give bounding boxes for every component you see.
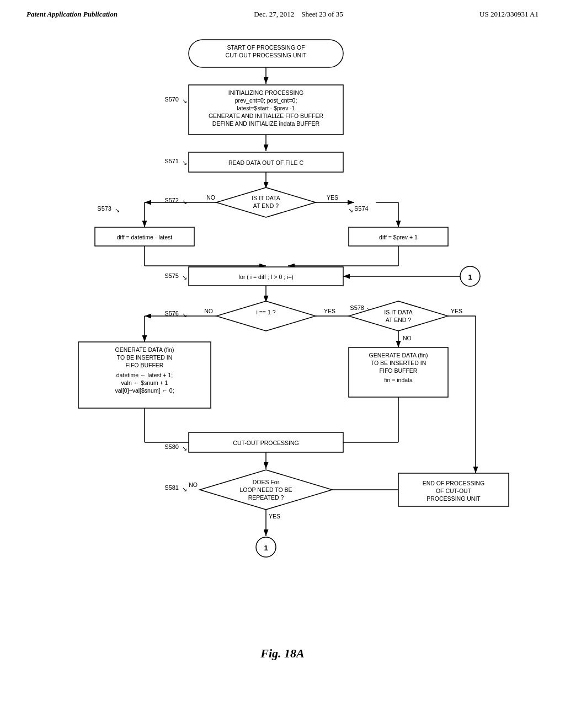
svg-text:datetime ← latest + 1;: datetime ← latest + 1; [116,372,173,378]
svg-text:CUT-OUT PROCESSING: CUT-OUT PROCESSING [233,440,299,446]
figure-label: Fig. 18A [0,646,565,672]
svg-text:↘: ↘ [182,445,187,452]
svg-text:READ DATA OUT OF FILE C: READ DATA OUT OF FILE C [228,159,303,166]
svg-text:fin = indata: fin = indata [384,377,413,383]
flowchart-svg: START OF PROCESSING OF CUT-OUT PROCESSIN… [34,29,531,635]
svg-text:↘: ↘ [115,207,120,213]
svg-text:S570: S570 [164,96,179,103]
svg-text:AT END ?: AT END ? [386,317,411,323]
svg-text:S580: S580 [164,443,179,450]
svg-text:↘: ↘ [182,159,187,166]
svg-text:↘: ↘ [182,312,187,318]
svg-text:YES: YES [327,194,338,201]
svg-text:NO: NO [204,308,213,314]
svg-text:END OF PROCESSING: END OF PROCESSING [423,480,485,486]
svg-text:DOES For: DOES For [253,479,280,485]
svg-text:S576: S576 [164,310,179,317]
svg-text:NO: NO [189,481,198,488]
publication-label: Patent Application Publication [26,10,118,19]
svg-text:i == 1 ?: i == 1 ? [256,309,275,315]
svg-text:FIFO BUFFER: FIFO BUFFER [126,362,164,368]
svg-text:val[0]~val[$snum] ← 0;: val[0]~val[$snum] ← 0; [115,387,174,394]
svg-text:↘: ↘ [182,199,187,205]
svg-text:DEFINE AND INITIALIZE indata B: DEFINE AND INITIALIZE indata BUFFER [212,120,320,127]
svg-text:GENERATE DATA (fin): GENERATE DATA (fin) [115,346,174,353]
svg-text:S578: S578 [350,304,364,311]
svg-text:YES: YES [269,513,280,520]
svg-text:AT END ?: AT END ? [253,202,279,209]
svg-text:S574: S574 [354,205,369,212]
svg-text:NO: NO [403,335,412,341]
svg-text:S575: S575 [164,272,179,279]
svg-text:prev_cnt=0; post_cnt=0;: prev_cnt=0; post_cnt=0; [235,97,297,104]
svg-text:↘: ↘ [182,98,187,104]
svg-text:S581: S581 [164,484,179,491]
svg-text:IS IT DATA: IS IT DATA [252,195,280,201]
svg-text:GENERATE DATA (fin): GENERATE DATA (fin) [369,352,428,358]
svg-text:REPEATED ?: REPEATED ? [248,494,284,501]
date-label: Dec. 27, 2012 Sheet 23 of 35 [254,10,343,19]
svg-text:TO BE INSERTED IN: TO BE INSERTED IN [117,354,173,361]
svg-text:IS IT DATA: IS IT DATA [384,309,412,315]
page-header: Patent Application Publication Dec. 27, … [0,0,565,23]
svg-text:START OF PROCESSING OF: START OF PROCESSING OF [227,44,305,51]
svg-text:↘: ↘ [348,207,353,213]
svg-text:for ( i = diff ; I > 0 ; i–): for ( i = diff ; I > 0 ; i–) [238,274,294,280]
patent-number: US 2012/330931 A1 [479,10,539,19]
svg-text:S571: S571 [164,158,179,164]
svg-text:GENERATE AND INITIALIZE FIFO B: GENERATE AND INITIALIZE FIFO BUFFER [209,113,323,119]
svg-text:FIFO BUFFER: FIFO BUFFER [380,367,418,374]
svg-text:YES: YES [451,308,462,314]
svg-text:LOOP NEED TO BE: LOOP NEED TO BE [239,486,292,493]
svg-text:TO BE INSERTED IN: TO BE INSERTED IN [371,360,427,366]
svg-text:latest=$start - $prev -1: latest=$start - $prev -1 [237,105,295,111]
svg-text:valn ← $snum + 1: valn ← $snum + 1 [121,379,168,386]
svg-text:diff = $prev + 1: diff = $prev + 1 [379,234,418,240]
diagram-area: START OF PROCESSING OF CUT-OUT PROCESSIN… [0,23,565,641]
svg-text:OF CUT-OUT: OF CUT-OUT [436,488,472,494]
svg-text:PROCESSING UNIT: PROCESSING UNIT [427,495,481,502]
svg-text:S573: S573 [97,205,111,212]
svg-text:NO: NO [206,194,215,201]
svg-text:YES: YES [324,308,335,314]
svg-text:1: 1 [264,544,268,552]
svg-text:1: 1 [468,273,472,281]
svg-text:↘: ↘ [182,274,187,281]
svg-marker-53 [216,301,316,331]
svg-text:↘: ↘ [182,486,187,493]
svg-text:CUT-OUT PROCESSING UNIT: CUT-OUT PROCESSING UNIT [226,52,307,58]
svg-text:INITIALIZING PROCESSING: INITIALIZING PROCESSING [228,89,304,96]
svg-text:diff = datetime - latest: diff = datetime - latest [117,234,173,240]
